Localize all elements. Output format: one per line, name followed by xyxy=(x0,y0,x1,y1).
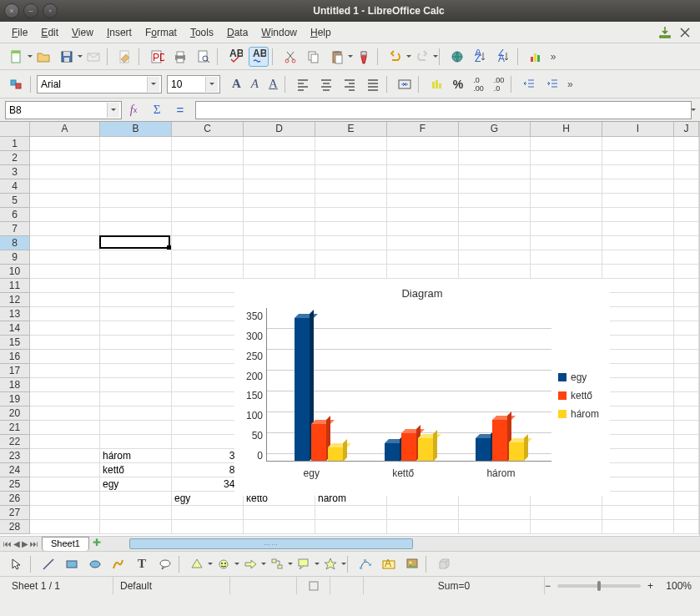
add-sheet-icon[interactable]: ✚ xyxy=(89,537,104,551)
function-wizard-icon[interactable]: fx xyxy=(123,100,144,120)
status-style[interactable]: Default xyxy=(113,577,230,594)
status-lang[interactable] xyxy=(230,577,297,594)
underline-icon[interactable]: A xyxy=(265,74,281,94)
name-box[interactable]: B8 xyxy=(5,101,122,119)
new-doc-dropdown[interactable] xyxy=(28,47,32,67)
menu-edit[interactable]: Edit xyxy=(34,24,65,41)
status-insert[interactable] xyxy=(297,577,330,594)
font-size-combo[interactable]: 10 xyxy=(167,75,220,93)
menu-insert[interactable]: Insert xyxy=(100,24,138,41)
svg-rect-44 xyxy=(278,565,282,568)
download-update-icon[interactable] xyxy=(658,26,672,39)
spellcheck-icon[interactable]: ABC xyxy=(225,47,245,67)
formula-input[interactable] xyxy=(195,101,692,119)
basic-shapes-icon[interactable] xyxy=(187,554,207,574)
symbol-shapes-icon[interactable] xyxy=(214,554,234,574)
toolbar-overflow[interactable] xyxy=(547,45,559,68)
select-arrow-icon[interactable] xyxy=(7,554,27,574)
new-doc-icon[interactable] xyxy=(7,47,27,67)
percent-icon[interactable]: % xyxy=(450,74,466,94)
tab-nav[interactable]: ⏮◀▶⏭ xyxy=(0,537,42,551)
menu-window[interactable]: Window xyxy=(254,24,304,41)
function-equals-icon[interactable]: = xyxy=(170,100,190,120)
chart-icon[interactable] xyxy=(526,47,546,67)
paste-icon[interactable] xyxy=(327,47,347,67)
zoom-value[interactable]: 100% xyxy=(653,580,695,592)
row-headers[interactable]: 1234567891011121314151617181920212223242… xyxy=(0,137,30,534)
save-icon[interactable] xyxy=(57,47,77,67)
status-selection[interactable] xyxy=(330,577,364,594)
undo-icon[interactable] xyxy=(385,47,405,67)
stars-icon[interactable] xyxy=(320,554,340,574)
copy-icon[interactable] xyxy=(304,47,324,67)
menu-view[interactable]: View xyxy=(65,24,100,41)
print-icon[interactable] xyxy=(170,47,190,67)
callouts-icon[interactable] xyxy=(294,554,314,574)
extrusion-icon[interactable] xyxy=(434,554,454,574)
decrease-indent-icon[interactable] xyxy=(519,74,539,94)
close-doc-icon[interactable] xyxy=(678,26,692,39)
menu-help[interactable]: Help xyxy=(304,24,338,41)
from-file-icon[interactable] xyxy=(402,554,422,574)
save-dropdown[interactable] xyxy=(78,47,82,67)
format-paintbrush-icon[interactable] xyxy=(354,47,374,67)
window-maximize-button[interactable]: ▫ xyxy=(43,3,58,18)
redo-icon[interactable] xyxy=(412,47,432,67)
undo-dropdown[interactable] xyxy=(407,47,410,67)
column-headers[interactable]: ABCDEFGHIJ xyxy=(30,122,699,137)
status-sheet[interactable]: Sheet 1 / 1 xyxy=(5,577,113,594)
fontwork-icon[interactable]: A xyxy=(379,554,399,574)
italic-icon[interactable]: A xyxy=(248,74,262,94)
menu-format[interactable]: Format xyxy=(138,24,184,41)
increase-indent-icon[interactable] xyxy=(542,74,562,94)
text-box-icon[interactable]: T xyxy=(132,554,152,574)
formula-expand[interactable] xyxy=(692,100,695,120)
bold-icon[interactable]: A xyxy=(229,74,244,94)
select-all-corner[interactable] xyxy=(0,122,30,137)
merge-cells-icon[interactable] xyxy=(395,74,415,94)
zoom-slider[interactable]: −+ xyxy=(545,580,653,592)
callout-square-icon[interactable] xyxy=(155,554,175,574)
sheet-tab[interactable]: Sheet1 xyxy=(42,537,89,551)
rectangle-icon[interactable] xyxy=(62,554,82,574)
menu-tools[interactable]: Tools xyxy=(184,24,220,41)
freeform-icon[interactable] xyxy=(108,554,128,574)
print-preview-icon[interactable] xyxy=(194,47,214,67)
styles-icon[interactable] xyxy=(7,74,27,94)
ellipse-icon[interactable] xyxy=(85,554,105,574)
sort-asc-icon[interactable]: AZ xyxy=(471,47,491,67)
line-icon[interactable] xyxy=(38,554,58,574)
window-minimize-button[interactable]: – xyxy=(23,3,38,18)
menu-data[interactable]: Data xyxy=(220,24,254,41)
window-close-button[interactable]: × xyxy=(4,3,19,18)
export-pdf-icon[interactable]: PDF xyxy=(147,47,167,67)
window-title: Untitled 1 - LibreOffice Calc xyxy=(58,5,700,17)
hyperlink-icon[interactable] xyxy=(447,47,467,67)
align-center-icon[interactable] xyxy=(316,74,336,94)
flowchart-icon[interactable] xyxy=(267,554,287,574)
block-arrow-icon[interactable] xyxy=(240,554,260,574)
redo-dropdown[interactable] xyxy=(434,47,437,67)
add-decimal-icon[interactable]: .0.00 xyxy=(470,74,487,94)
auto-spellcheck-icon[interactable]: ABC xyxy=(249,47,269,67)
horizontal-scrollbar[interactable]: ⋯⋯ xyxy=(113,537,700,551)
points-icon[interactable] xyxy=(355,554,375,574)
open-icon[interactable] xyxy=(33,47,53,67)
menu-file[interactable]: File xyxy=(5,24,34,41)
sum-icon[interactable]: Σ xyxy=(147,100,167,120)
align-justify-icon[interactable] xyxy=(363,74,383,94)
email-icon[interactable] xyxy=(83,47,103,67)
font-name-combo[interactable]: Arial xyxy=(37,75,162,93)
edit-mode-icon[interactable] xyxy=(115,47,135,67)
fmt-overflow[interactable] xyxy=(564,73,576,96)
status-sum[interactable]: Sum=0 xyxy=(364,577,545,594)
embedded-chart[interactable]: Diagram 350300250200150100500 egykettőhá… xyxy=(234,279,610,496)
currency-icon[interactable] xyxy=(426,74,446,94)
paste-dropdown[interactable] xyxy=(349,47,352,67)
remove-decimal-icon[interactable]: .00.0 xyxy=(491,74,508,94)
align-left-icon[interactable] xyxy=(293,74,313,94)
cell-grid[interactable]: három335544kettő886699egy3424355egykettő… xyxy=(30,137,699,534)
sort-desc-icon[interactable]: ZA xyxy=(494,47,514,67)
cut-icon[interactable] xyxy=(280,47,300,67)
align-right-icon[interactable] xyxy=(340,74,360,94)
